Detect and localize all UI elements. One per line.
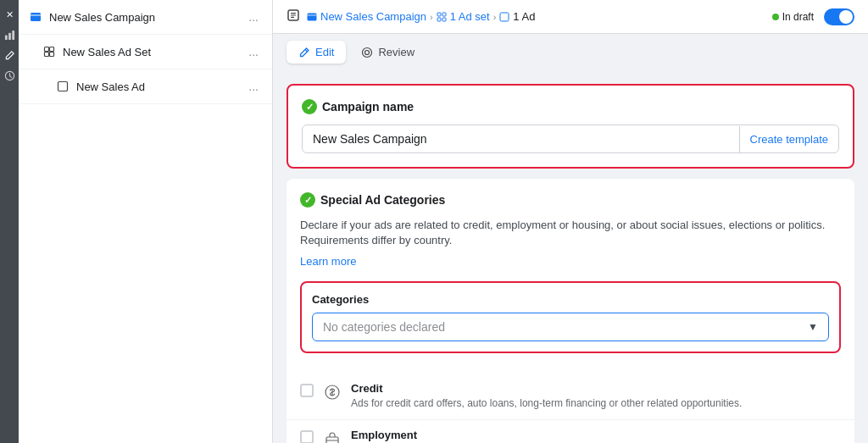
chevron-down-icon: ▼	[808, 321, 818, 333]
breadcrumb-sep-1: ›	[430, 12, 433, 22]
svg-rect-14	[308, 13, 317, 20]
create-template-button[interactable]: Create template	[739, 126, 839, 152]
status-badge: In draft	[772, 11, 814, 23]
tab-review[interactable]: Review	[349, 41, 426, 64]
special-ad-description: Declare if your ads are related to credi…	[300, 218, 841, 248]
svg-rect-4	[31, 13, 41, 21]
learn-more-link[interactable]: Learn more	[300, 255, 356, 268]
campaign-name-row: New Sales Campaign Create template	[302, 125, 839, 153]
left-panel: New Sales Campaign ... New Sales Ad Set …	[19, 0, 273, 443]
employment-icon	[322, 429, 342, 443]
tree-item-campaign[interactable]: New Sales Campaign ...	[19, 0, 272, 35]
edit-icon-btn[interactable]	[2, 47, 17, 63]
campaign-label: New Sales Campaign	[49, 11, 245, 24]
breadcrumb-sep-2: ›	[493, 12, 497, 22]
category-item-employment: Employment Ads for job offers, internshi…	[287, 420, 854, 443]
svg-rect-19	[500, 13, 509, 21]
categories-label: Categories	[312, 293, 829, 306]
svg-rect-16	[442, 13, 446, 16]
svg-rect-12	[291, 14, 296, 15]
icon-sidebar: ✕	[0, 0, 19, 443]
breadcrumb-campaign[interactable]: New Sales Campaign	[307, 10, 426, 23]
categories-placeholder: No categories declared	[323, 320, 445, 334]
adset-menu[interactable]: ...	[245, 43, 262, 60]
category-item-credit: Credit Ads for credit card offers, auto …	[287, 374, 854, 420]
tab-edit[interactable]: Edit	[287, 41, 346, 64]
tree-item-ad[interactable]: New Sales Ad ...	[19, 69, 272, 104]
campaign-icon	[29, 10, 42, 24]
main-content: New Sales Campaign › 1 Ad set › 1 Ad	[273, 0, 868, 443]
employment-name: Employment	[351, 429, 841, 441]
campaign-name-title: ✓ Campaign name	[302, 99, 839, 114]
svg-rect-9	[58, 82, 68, 91]
svg-point-20	[363, 47, 372, 57]
form-area: ✓ Campaign name New Sales Campaign Creat…	[273, 70, 868, 443]
svg-rect-8	[50, 53, 54, 57]
svg-rect-18	[442, 18, 446, 21]
categories-dropdown[interactable]: No categories declared ▼	[312, 313, 829, 341]
svg-rect-15	[437, 13, 441, 16]
breadcrumb-right: In draft	[772, 8, 854, 25]
breadcrumb-bar: New Sales Campaign › 1 Ad set › 1 Ad	[273, 0, 868, 34]
draft-toggle[interactable]	[824, 8, 854, 25]
ad-menu[interactable]: ...	[245, 78, 262, 95]
page-icon	[287, 8, 300, 25]
breadcrumb-adset[interactable]: 1 Ad set	[437, 10, 490, 23]
status-dot	[772, 14, 779, 20]
svg-rect-2	[12, 30, 14, 39]
svg-point-21	[365, 50, 370, 54]
svg-rect-1	[8, 32, 11, 39]
svg-rect-11	[291, 13, 296, 14]
credit-desc: Ads for credit card offers, auto loans, …	[351, 396, 841, 411]
adset-icon	[42, 45, 56, 58]
breadcrumb-ad[interactable]: 1 Ad	[499, 10, 535, 23]
special-ad-title: ✓ Special Ad Categories	[300, 192, 841, 208]
adset-label: New Sales Ad Set	[63, 46, 245, 58]
checkbox-credit[interactable]	[300, 384, 314, 397]
clock-icon-btn[interactable]	[2, 68, 17, 83]
credit-name: Credit	[351, 382, 841, 395]
svg-rect-5	[45, 47, 49, 52]
close-icon-btn[interactable]: ✕	[2, 7, 17, 22]
campaign-menu[interactable]: ...	[245, 8, 262, 25]
breadcrumb: New Sales Campaign › 1 Ad set › 1 Ad	[287, 8, 535, 25]
check-icon: ✓	[302, 99, 317, 114]
svg-rect-7	[45, 53, 49, 57]
tree-item-adset[interactable]: New Sales Ad Set ...	[19, 35, 272, 69]
credit-icon	[322, 382, 342, 402]
category-list: Credit Ads for credit card offers, auto …	[287, 374, 854, 443]
svg-rect-13	[291, 17, 294, 18]
svg-rect-17	[437, 18, 441, 21]
chart-icon-btn[interactable]	[2, 27, 17, 42]
svg-rect-0	[4, 35, 7, 40]
categories-section: Categories No categories declared ▼	[300, 281, 841, 353]
tab-bar: Edit Review	[273, 34, 868, 70]
svg-rect-6	[50, 47, 54, 52]
campaign-name-value[interactable]: New Sales Campaign	[303, 125, 739, 152]
campaign-name-card: ✓ Campaign name New Sales Campaign Creat…	[287, 84, 854, 169]
ad-icon	[56, 80, 70, 93]
checkbox-employment[interactable]	[300, 430, 314, 443]
special-check-icon: ✓	[300, 192, 315, 208]
categories-container: Categories No categories declared ▼	[287, 281, 854, 374]
ad-label: New Sales Ad	[76, 80, 245, 93]
special-ad-card: ✓ Special Ad Categories Declare if your …	[287, 179, 854, 443]
